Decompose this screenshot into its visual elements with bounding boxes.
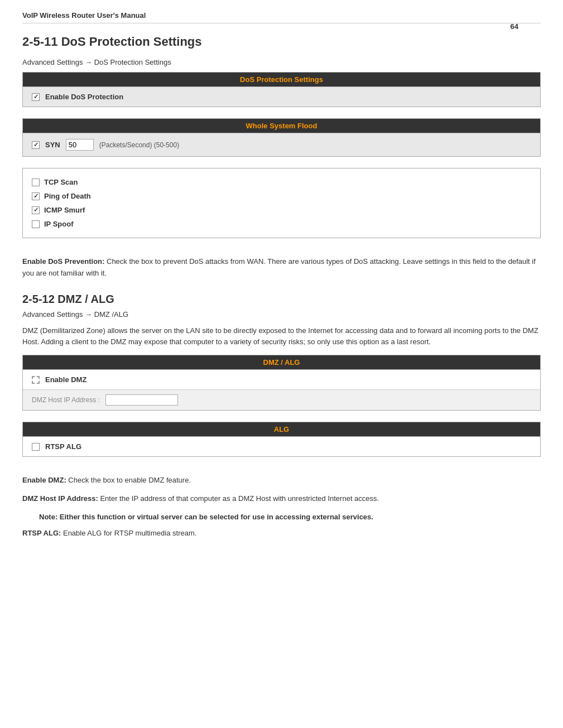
- enable-dmz-checkbox[interactable]: [32, 376, 40, 384]
- alg-panel-title: ALG: [23, 422, 540, 436]
- attack-types-body: TCP Scan Ping of Death ICMP Smurf IP Spo…: [23, 168, 540, 238]
- dmz-alg-panel-title: DMZ / ALG: [23, 355, 540, 369]
- enable-dmz-row: Enable DMZ: [23, 369, 540, 389]
- syn-label: SYN: [45, 141, 60, 149]
- page-number: 64: [511, 22, 518, 31]
- icmp-smurf-row: ICMP Smurf: [32, 203, 531, 217]
- section2-heading: 2-5-12 DMZ / ALG: [22, 293, 541, 306]
- dmz-host-ip-desc: DMZ Host IP Address: Enter the IP addres…: [22, 493, 541, 505]
- ip-spoof-checkbox[interactable]: [32, 220, 40, 228]
- section1-heading: 2-5-11 DoS Protection Settings: [22, 35, 541, 49]
- enable-dos-row: Enable DoS Protection: [23, 86, 540, 107]
- rtsp-alg-desc: RTSP ALG: Enable ALG for RTSP multimedia…: [22, 528, 541, 539]
- note-text: Note: Either this function or virtual se…: [39, 513, 373, 521]
- syn-row: SYN (Packets/Second) (50-500): [23, 133, 540, 156]
- rtsp-alg-checkbox[interactable]: [32, 443, 40, 451]
- note-block: Note: Either this function or virtual se…: [39, 512, 541, 523]
- dmz-host-ip-input[interactable]: [105, 394, 178, 406]
- tcp-scan-row: TCP Scan: [32, 175, 531, 189]
- rtsp-alg-row: RTSP ALG: [23, 436, 540, 456]
- enable-dos-checkbox[interactable]: [32, 93, 40, 101]
- alg-panel: ALG RTSP ALG: [22, 422, 541, 457]
- dmz-host-ip-row: DMZ Host IP Address :: [23, 389, 540, 410]
- syn-hint: (Packets/Second) (50-500): [99, 141, 179, 149]
- ip-spoof-row: IP Spoof: [32, 217, 531, 231]
- tcp-scan-checkbox[interactable]: [32, 179, 40, 186]
- section2-breadcrumb: Advanced Settings → DMZ /ALG: [22, 310, 541, 319]
- syn-input[interactable]: [66, 139, 94, 151]
- icmp-smurf-checkbox[interactable]: [32, 206, 40, 214]
- enable-dos-label: Enable DoS Protection: [45, 93, 123, 101]
- rtsp-alg-label: RTSP ALG: [45, 442, 81, 451]
- enable-dmz-label: Enable DMZ: [45, 375, 86, 384]
- attack-types-panel: TCP Scan Ping of Death ICMP Smurf IP Spo…: [22, 168, 541, 238]
- enable-dmz-desc: Enable DMZ: Check the box to enable DMZ …: [22, 475, 541, 486]
- flood-panel-title: Whole System Flood: [23, 119, 540, 133]
- whole-system-flood-panel: Whole System Flood SYN (Packets/Second) …: [22, 118, 541, 157]
- dmz-host-ip-label: DMZ Host IP Address :: [32, 396, 100, 404]
- syn-checkbox[interactable]: [32, 141, 40, 149]
- section1-breadcrumb: Advanced Settings → DoS Protection Setti…: [22, 58, 541, 66]
- tcp-scan-label: TCP Scan: [44, 178, 78, 186]
- manual-title: VoIP Wireless Router User's Manual: [22, 11, 541, 23]
- ping-of-death-row: Ping of Death: [32, 189, 531, 203]
- section2-intro: DMZ (Demilitarized Zone) allows the serv…: [22, 325, 541, 349]
- dos-panel-title: DoS Protection Settings: [23, 73, 540, 86]
- ip-spoof-label: IP Spoof: [44, 220, 73, 228]
- dmz-alg-panel: DMZ / ALG Enable DMZ DMZ Host IP Address…: [22, 355, 541, 411]
- ping-of-death-checkbox[interactable]: [32, 192, 40, 200]
- ping-of-death-label: Ping of Death: [44, 192, 91, 200]
- icmp-smurf-label: ICMP Smurf: [44, 206, 85, 214]
- dos-description: Enable DoS Prevention: Check the box to …: [22, 256, 541, 279]
- dos-protection-panel: DoS Protection Settings Enable DoS Prote…: [22, 72, 541, 107]
